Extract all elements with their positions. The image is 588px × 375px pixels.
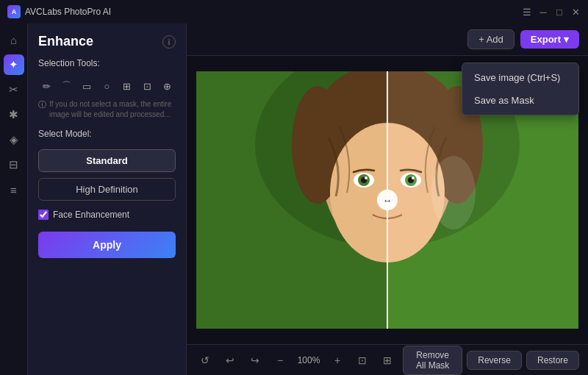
apply-button[interactable]: Apply (38, 232, 176, 258)
refresh-button[interactable]: ↺ (196, 351, 215, 370)
tools-row: ✏ ⌒ ▭ ○ ⊞ ⊡ ⊕ (38, 77, 176, 95)
high-definition-model-btn[interactable]: High Definition (38, 178, 176, 201)
close-button[interactable]: ✕ (570, 7, 581, 17)
svg-point-34 (431, 156, 476, 229)
bottom-bar: ↺ ↩ ↪ − 100% + ⊡ ⊞ Remove All Mask Rever… (187, 344, 588, 375)
svg-point-32 (412, 176, 415, 179)
menu-button[interactable]: ☰ (522, 7, 532, 17)
selection-tools-label: Selection Tools: (38, 58, 176, 68)
svg-text:↔: ↔ (383, 195, 392, 206)
export-dropdown: Save image (Ctrl+S) Save as Mask (462, 63, 579, 115)
face-enhancement-checkbox[interactable] (38, 210, 49, 220)
bottom-actions: Remove All Mask Reverse Restore (403, 346, 579, 375)
sidebar-item-adjust[interactable]: ⊟ (4, 154, 24, 175)
image-tool[interactable]: ⊞ (118, 77, 135, 95)
sidebar-item-settings[interactable]: ≡ (4, 179, 24, 200)
sidebar-item-mask[interactable]: ◈ (4, 129, 24, 150)
standard-model-btn[interactable]: Standard (38, 149, 176, 172)
app-logo: A (7, 5, 21, 18)
add-button[interactable]: + Add (467, 29, 514, 49)
zoom-in-button[interactable]: + (328, 351, 347, 370)
minimize-button[interactable]: ─ (538, 7, 548, 17)
left-panel: Enhance i Selection Tools: ✏ ⌒ ▭ ○ ⊞ ⊡ ⊕… (28, 24, 187, 375)
bottom-tools: ↺ ↩ ↪ − 100% + ⊡ ⊞ (196, 351, 397, 370)
svg-point-12 (365, 176, 368, 179)
hint-text: If you do not select a mask, the entire … (49, 99, 176, 120)
select-model-label: Select Model: (38, 129, 176, 139)
restore-button[interactable]: Restore (526, 351, 579, 370)
face-enhancement-label[interactable]: Face Enhancement (53, 210, 129, 220)
mask-tool[interactable]: ⊡ (138, 77, 155, 95)
panel-title: Enhance (38, 34, 93, 49)
face-enhancement-row: Face Enhancement (38, 210, 176, 220)
app-body: ⌂ ✦ ✂ ✱ ◈ ⊟ ≡ Enhance i Selection Tools:… (0, 24, 588, 375)
save-as-mask-item[interactable]: Save as Mask (462, 89, 578, 112)
sidebar-item-enhance[interactable]: ✦ (4, 54, 24, 75)
crop-button[interactable]: ⊡ (353, 351, 372, 370)
panel-header: Enhance i (38, 34, 176, 49)
save-image-item[interactable]: Save image (Ctrl+S) (462, 66, 578, 89)
undo-button[interactable]: ↩ (220, 351, 240, 370)
export-button[interactable]: Export ▾ (520, 30, 579, 49)
shape-tool[interactable]: ⊕ (159, 77, 176, 95)
model-section: Select Model: Standard High Definition (38, 129, 176, 201)
zoom-level: 100% (295, 355, 322, 365)
reverse-button[interactable]: Reverse (467, 351, 522, 370)
titlebar-controls[interactable]: ☰ ─ □ ✕ (522, 7, 581, 17)
redo-button[interactable]: ↪ (245, 351, 265, 370)
remove-all-mask-button[interactable]: Remove All Mask (403, 346, 462, 375)
maximize-button[interactable]: □ (554, 7, 564, 17)
pen-tool[interactable]: ✏ (38, 77, 55, 95)
lasso-tool[interactable]: ⌒ (58, 77, 75, 95)
export-section: Export ▾ Save image (Ctrl+S) Save as Mas… (520, 30, 579, 49)
info-icon[interactable]: i (162, 35, 176, 49)
layout-button[interactable]: ⊞ (378, 351, 397, 370)
icon-sidebar: ⌂ ✦ ✂ ✱ ◈ ⊟ ≡ (0, 24, 28, 375)
ellipse-tool[interactable]: ○ (98, 77, 115, 95)
titlebar: A AVCLabs PhotoPro AI ☰ ─ □ ✕ (0, 0, 588, 24)
selection-tools-section: Selection Tools: ✏ ⌒ ▭ ○ ⊞ ⊡ ⊕ ⓘ If you … (38, 58, 176, 120)
top-bar: + Add Export ▾ Save image (Ctrl+S) Save … (187, 24, 588, 56)
main-area: + Add Export ▾ Save image (Ctrl+S) Save … (187, 24, 588, 375)
zoom-out-button[interactable]: − (270, 351, 290, 370)
app-title: AVCLabs PhotoPro AI (25, 7, 111, 17)
titlebar-left: A AVCLabs PhotoPro AI (7, 5, 111, 18)
sidebar-item-effects[interactable]: ✱ (4, 104, 24, 125)
sidebar-item-tools[interactable]: ✂ (4, 79, 24, 100)
sidebar-item-home[interactable]: ⌂ (4, 29, 24, 50)
rect-tool[interactable]: ▭ (79, 77, 96, 95)
